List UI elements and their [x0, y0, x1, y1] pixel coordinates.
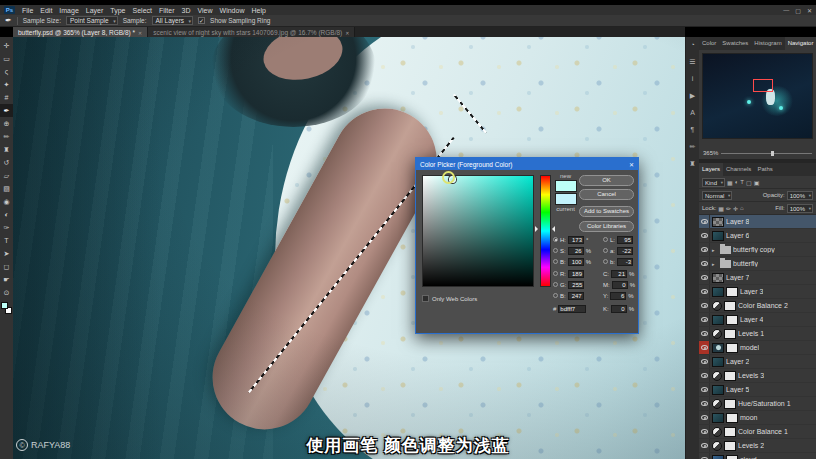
zoom-tool[interactable]: ⊙ [0, 286, 13, 299]
navigator-zoom-value[interactable]: 365% [703, 150, 718, 156]
adjustment-icon[interactable] [712, 399, 722, 409]
color-libraries-button[interactable]: Color Libraries [579, 221, 634, 232]
a-radio[interactable] [603, 248, 608, 253]
layer-thumbnail[interactable] [712, 357, 724, 367]
visibility-toggle[interactable] [699, 299, 710, 312]
g-input[interactable]: 255 [568, 281, 584, 289]
layer-thumbnail[interactable] [712, 231, 724, 241]
tab-close-icon[interactable] [138, 29, 142, 36]
disclosure-icon[interactable] [712, 261, 718, 267]
layer-row[interactable]: Layer 3 [699, 285, 816, 299]
crop-tool[interactable]: # [0, 91, 13, 104]
navigator-proxy-box[interactable] [753, 79, 773, 92]
layer-mask-thumbnail[interactable] [726, 413, 738, 423]
layer-row[interactable]: Levels 1 [699, 327, 816, 341]
saturation-brightness-field[interactable] [422, 175, 534, 287]
menu-window[interactable]: Window [220, 7, 245, 14]
adjustment-icon[interactable] [712, 301, 722, 311]
eraser-tool[interactable]: ▱ [0, 169, 13, 182]
clone-source-panel-icon[interactable]: ♜ [689, 160, 695, 168]
add-to-swatches-button[interactable]: Add to Swatches [579, 206, 634, 217]
dialog-close-icon[interactable]: ✕ [629, 161, 634, 168]
tab-channels[interactable]: Channels [723, 163, 754, 176]
hex-input[interactable]: bdfff7 [558, 305, 586, 313]
y-input[interactable]: 6 [610, 292, 626, 300]
minimize-button[interactable]: — [783, 7, 789, 13]
layer-mask-thumbnail[interactable] [726, 343, 738, 353]
dodge-tool[interactable]: ◐ [0, 208, 13, 221]
type-tool[interactable]: T [0, 234, 13, 247]
layer-row[interactable]: Layer 2 [699, 355, 816, 369]
tab-color[interactable]: Color [699, 37, 719, 50]
filter-type-icon[interactable]: T [740, 179, 744, 185]
layer-row[interactable]: Layer 4 [699, 313, 816, 327]
layer-row[interactable]: Color Balance 2 [699, 299, 816, 313]
layer-row[interactable]: butterfly [699, 257, 816, 271]
layer-thumbnail[interactable] [712, 287, 724, 297]
visibility-toggle[interactable] [699, 383, 710, 396]
adjustment-icon[interactable] [712, 371, 722, 381]
info-panel-icon[interactable]: i [692, 75, 694, 83]
filter-adjustment-icon[interactable]: ◐ [735, 179, 739, 185]
tab-close-icon[interactable] [345, 29, 349, 36]
layer-thumbnail[interactable] [712, 413, 724, 423]
s-radio[interactable] [553, 248, 558, 253]
layer-row[interactable]: Levels 3 [699, 369, 816, 383]
layer-row[interactable]: butterfly copy [699, 243, 816, 257]
dialog-title-bar[interactable]: Color Picker (Foreground Color) ✕ [416, 158, 638, 170]
close-button[interactable]: ✕ [807, 7, 812, 14]
l-input[interactable]: 95 [617, 236, 633, 244]
hue-slider-marker[interactable] [549, 226, 555, 232]
history-panel-icon[interactable]: ◔ [690, 41, 694, 49]
menu-view[interactable]: View [198, 7, 213, 14]
b-radio[interactable] [553, 259, 558, 264]
visibility-toggle[interactable] [699, 341, 710, 354]
eyedropper-tool[interactable]: ✒ [0, 104, 13, 117]
visibility-toggle[interactable] [699, 397, 710, 410]
disclosure-icon[interactable] [712, 247, 718, 253]
menu-edit[interactable]: Edit [40, 7, 52, 14]
maximize-button[interactable]: ▢ [795, 7, 801, 14]
layer-thumbnail[interactable] [712, 217, 724, 227]
rgb-b-input[interactable]: 247 [568, 292, 584, 300]
menu-file[interactable]: File [22, 7, 33, 14]
visibility-toggle[interactable] [699, 257, 710, 270]
current-color-swatch[interactable] [555, 193, 577, 205]
a-input[interactable]: -22 [617, 247, 633, 255]
tab-navigator[interactable]: Navigator [785, 37, 816, 50]
filter-pixel-icon[interactable]: ▦ [727, 179, 733, 186]
menu-layer[interactable]: Layer [86, 7, 104, 14]
character-panel-icon[interactable]: A [690, 109, 695, 117]
navigator-zoom-slider[interactable] [721, 153, 812, 154]
move-tool[interactable]: ✛ [0, 39, 13, 52]
shape-tool[interactable]: ◻ [0, 260, 13, 273]
lasso-tool[interactable]: ς [0, 65, 13, 78]
lock-position-icon[interactable]: ✛ [733, 205, 738, 212]
gradient-tool[interactable]: ▨ [0, 182, 13, 195]
paragraph-panel-icon[interactable]: ¶ [691, 126, 695, 134]
path-selection-tool[interactable]: ➤ [0, 247, 13, 260]
layer-row[interactable]: Layer 5 [699, 383, 816, 397]
sample-size-dropdown[interactable]: Point Sample [66, 16, 118, 25]
lock-transparency-icon[interactable]: ▦ [718, 205, 724, 212]
c-input[interactable]: 21 [611, 270, 627, 278]
properties-panel-icon[interactable]: ☰ [689, 58, 695, 66]
layer-thumbnail[interactable] [712, 315, 724, 325]
healing-brush-tool[interactable]: ⊕ [0, 117, 13, 130]
pen-tool[interactable]: ✑ [0, 221, 13, 234]
layer-row[interactable]: moon [699, 411, 816, 425]
show-sampling-ring-checkbox[interactable] [198, 17, 205, 24]
layer-mask-thumbnail[interactable] [724, 301, 736, 311]
m-input[interactable]: 0 [612, 281, 628, 289]
l-radio[interactable] [603, 237, 608, 242]
brush-settings-panel-icon[interactable]: ✏ [690, 143, 696, 151]
menu-image[interactable]: Image [59, 7, 78, 14]
actions-panel-icon[interactable]: ▶ [690, 92, 695, 100]
tab-swatches[interactable]: Swatches [719, 37, 751, 50]
blur-tool[interactable]: ◉ [0, 195, 13, 208]
r-input[interactable]: 189 [568, 270, 584, 278]
lab-b-radio[interactable] [603, 259, 608, 264]
visibility-toggle[interactable] [699, 313, 710, 326]
layer-thumbnail[interactable] [712, 273, 724, 283]
hue-slider-marker[interactable] [535, 226, 541, 232]
